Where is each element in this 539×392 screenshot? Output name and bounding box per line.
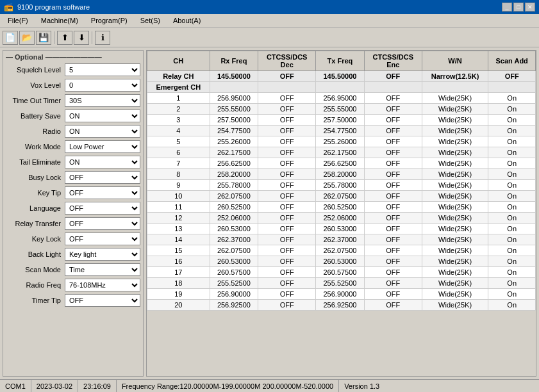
ch-rxfreq: 262.37000 (210, 234, 258, 245)
relay-txfreq: 145.50000 (316, 71, 365, 82)
radio-label: Radio (6, 127, 63, 135)
ch-ctcssdec: OFF (258, 169, 316, 180)
main-content: — Optional ———————— Squelch Level 5 0123… (0, 47, 539, 379)
ch-wn: Wide(25K) (422, 234, 488, 245)
ch-rxfreq: 262.07500 (210, 245, 258, 256)
ch-ctcssdec: OFF (258, 180, 316, 191)
emergent-channel-row: Emergent CH (147, 82, 536, 93)
emergent-wn (422, 82, 488, 93)
ch-txfreq: 255.52500 (316, 278, 365, 289)
ch-wn: Wide(25K) (422, 115, 488, 126)
ch-number: 9 (147, 180, 210, 191)
menu-set[interactable]: Set(S) (135, 15, 165, 26)
ch-txfreq: 255.78000 (316, 180, 365, 191)
scanmode-select[interactable]: TimeCarrierSearch (65, 263, 140, 276)
squelch-select[interactable]: 5 0123 46789 (65, 63, 140, 76)
menu-program[interactable]: Program(P) (86, 15, 133, 26)
col-ctcssdec: CTCSS/DCSDec (258, 51, 316, 71)
menu-file[interactable]: File(F) (3, 15, 33, 26)
ch-scanadd: On (488, 115, 536, 126)
ch-ctcssenc: OFF (364, 234, 422, 245)
ch-rxfreq: 258.20000 (210, 169, 258, 180)
keylock-select[interactable]: OFFON (65, 233, 140, 245)
ch-rxfreq: 257.50000 (210, 115, 258, 126)
vox-row: Vox Level 0 1234 56789 (6, 79, 140, 92)
ch-txfreq: 255.55000 (316, 104, 365, 115)
timeout-select[interactable]: 30S60S90S 120S150S180S (65, 94, 140, 107)
radiofreq-label: Radio Freq (6, 281, 63, 289)
open-button[interactable]: 📂 (19, 31, 35, 45)
timeout-row: Time Out Timer 30S60S90S 120S150S180S (6, 94, 140, 107)
ch-rxfreq: 255.78000 (210, 180, 258, 191)
ch-txfreq: 262.07500 (316, 245, 365, 256)
keytip-row: Key Tip OFFON (6, 186, 140, 199)
tail-select[interactable]: ONOFF (65, 156, 140, 168)
relay-rxfreq: 145.50000 (210, 71, 258, 82)
tail-label: Tail Eliminate (6, 158, 63, 166)
language-select[interactable]: OFFON (65, 202, 140, 215)
table-row: 1 256.95000 OFF 256.95000 OFF Wide(25K) … (147, 93, 536, 104)
ch-ctcssenc: OFF (364, 191, 422, 202)
ch-ctcssdec: OFF (258, 256, 316, 267)
backlight-select[interactable]: Key lightAlwaysOFF (65, 248, 140, 261)
minimize-button[interactable]: _ (502, 3, 512, 12)
busylock-select[interactable]: OFFON (65, 171, 140, 184)
ch-ctcssdec: OFF (258, 202, 316, 213)
ch-txfreq: 258.20000 (316, 169, 365, 180)
window-controls: _ □ ✕ (502, 3, 535, 12)
table-row: 19 256.90000 OFF 256.90000 OFF Wide(25K)… (147, 289, 536, 300)
workmode-row: Work Mode Low PowerHigh Power (6, 140, 140, 153)
status-bar: COM1 2023-03-02 23:16:09 Frequency Range… (0, 379, 539, 392)
ch-wn: Wide(25K) (422, 256, 488, 267)
ch-number: 10 (147, 191, 210, 202)
ch-ctcssenc: OFF (364, 213, 422, 224)
emergent-ctcssenc (364, 82, 422, 93)
col-wn: W/N (422, 51, 488, 71)
ch-rxfreq: 260.53000 (210, 256, 258, 267)
new-button[interactable]: 📄 (3, 31, 18, 45)
save-button[interactable]: 💾 (36, 31, 51, 45)
radio-select[interactable]: ONOFF (65, 125, 140, 138)
relay-row: Relay Transfer OFFON (6, 217, 140, 230)
ch-number: 13 (147, 224, 210, 234)
download-button[interactable]: ⬇ (74, 31, 89, 45)
timertip-row: Timer Tip OFFON (6, 294, 140, 307)
vox-label: Vox Level (6, 81, 63, 89)
close-button[interactable]: ✕ (525, 3, 535, 12)
left-panel-title: — Optional ———————— (6, 53, 140, 61)
ch-wn: Wide(25K) (422, 147, 488, 158)
ch-txfreq: 262.37000 (316, 234, 365, 245)
upload-button[interactable]: ⬆ (57, 31, 72, 45)
ch-number: 14 (147, 234, 210, 245)
ch-scanadd: On (488, 202, 536, 213)
relay-channel-row: Relay CH 145.50000 OFF 145.50000 OFF Nar… (147, 71, 536, 82)
ch-scanadd: On (488, 300, 536, 311)
ch-scanadd: On (488, 126, 536, 136)
vox-select[interactable]: 0 1234 56789 (65, 79, 140, 92)
menu-machine[interactable]: Machine(M) (36, 15, 83, 26)
menu-about[interactable]: About(A) (168, 15, 206, 26)
ch-scanadd: On (488, 147, 536, 158)
battery-select[interactable]: ONOFF (65, 110, 140, 122)
ch-wn: Wide(25K) (422, 158, 488, 169)
ch-ctcssenc: OFF (364, 267, 422, 278)
relay-select[interactable]: OFFON (65, 217, 140, 230)
workmode-select[interactable]: Low PowerHigh Power (65, 140, 140, 153)
ch-rxfreq: 260.57500 (210, 267, 258, 278)
status-freq-range: Frequency Range:120.00000M-199.00000M 20… (117, 380, 339, 392)
info-button[interactable]: ℹ (95, 31, 110, 45)
relay-ctcssdec: OFF (258, 71, 316, 82)
timertip-select[interactable]: OFFON (65, 294, 140, 307)
ch-number: 20 (147, 300, 210, 311)
table-row: 14 262.37000 OFF 262.37000 OFF Wide(25K)… (147, 234, 536, 245)
keylock-label: Key Lock (6, 235, 63, 243)
col-txfreq: Tx Freq (316, 51, 365, 71)
maximize-button[interactable]: □ (513, 3, 524, 12)
emergent-txfreq (316, 82, 365, 93)
keytip-select[interactable]: OFFON (65, 186, 140, 199)
ch-scanadd: On (488, 158, 536, 169)
table-row: 6 262.17500 OFF 262.17500 OFF Wide(25K) … (147, 147, 536, 158)
radiofreq-select[interactable]: 76-108MHz87-108MHz (65, 279, 140, 291)
ch-ctcssenc: OFF (364, 245, 422, 256)
ch-wn: Wide(25K) (422, 136, 488, 147)
